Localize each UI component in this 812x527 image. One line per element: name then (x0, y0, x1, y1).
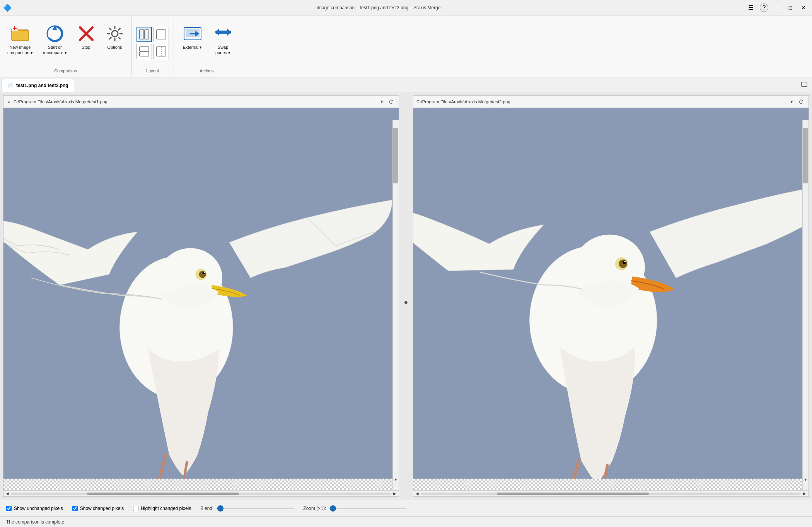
layout-group-label: Layout (146, 67, 159, 74)
left-horizontal-scrollbar[interactable]: ◀ ▶ (3, 490, 399, 496)
actions-buttons: External ▾ Swappanes ▾ (177, 19, 237, 67)
start-recompare-icon (46, 24, 64, 43)
maximize-button[interactable]: □ (785, 2, 796, 13)
minimize-button[interactable]: ─ (772, 2, 783, 13)
stop-icon (77, 24, 96, 43)
tab-test1-test2[interactable]: 📄 test1.png and test2.png (2, 79, 74, 92)
zoom-slider-group: Zoom (×1): (303, 506, 406, 511)
options-button[interactable]: Options (101, 22, 128, 64)
show-unchanged-pixels-input[interactable] (6, 506, 12, 511)
svg-point-8 (112, 31, 118, 37)
highlight-changed-pixels-checkbox[interactable]: Highlight changed pixels (133, 506, 191, 511)
blend-label: Blend: (200, 506, 213, 511)
external-icon (183, 24, 202, 43)
bottom-controls-bar: Show unchanged pixels Show changed pixel… (0, 500, 812, 516)
svg-line-16 (109, 37, 111, 39)
right-h-track (421, 493, 801, 495)
right-pane-history-button[interactable]: ⏱ (797, 98, 805, 106)
tab-bar: 📄 test1.png and test2.png (0, 77, 812, 92)
stop-label: Stop (82, 44, 90, 50)
svg-rect-17 (140, 30, 144, 39)
svg-marker-28 (215, 28, 219, 36)
svg-point-45 (624, 261, 626, 262)
left-pane-viewport[interactable]: ▲ ▼ (3, 108, 399, 490)
left-pane-more-button[interactable]: ... (369, 98, 377, 105)
left-pane-header: ▲ C:\Program Files\Araxis\Araxis Merge\t… (3, 96, 399, 108)
show-changed-pixels-label: Show changed pixels (80, 506, 124, 511)
left-bird-svg (3, 108, 399, 490)
swap-panes-icon (214, 24, 232, 43)
left-pane-dropdown-button[interactable]: ▾ (379, 98, 385, 105)
new-image-comparison-icon (11, 24, 29, 43)
toolbar: New imagecomparison ▾ Start orrecompare … (0, 15, 812, 77)
options-label: Options (107, 44, 122, 50)
stop-button[interactable]: Stop (73, 22, 100, 64)
window-controls: ☰ ? ─ □ ✕ (745, 2, 809, 13)
left-scroll-right-arrow[interactable]: ▶ (392, 491, 398, 497)
zoom-label: Zoom (×1): (303, 506, 326, 511)
single-pane-right-button[interactable] (154, 44, 169, 59)
two-pane-layout-button[interactable] (136, 27, 152, 42)
blend-slider-thumb[interactable] (217, 505, 223, 512)
left-pane-path: C:\Program Files\Araxis\Araxis Merge\tes… (14, 99, 367, 104)
svg-rect-19 (157, 30, 166, 39)
left-vertical-scrollbar[interactable]: ▲ ▼ (392, 120, 399, 490)
right-pane-viewport[interactable]: araxis® (413, 108, 809, 490)
svg-line-15 (118, 28, 120, 30)
right-bird-svg (413, 108, 809, 490)
hamburger-menu-button[interactable]: ☰ (745, 2, 756, 13)
horizontal-split-button[interactable] (136, 44, 152, 59)
close-button[interactable]: ✕ (798, 2, 809, 13)
swap-panes-button[interactable]: Swappanes ▾ (210, 22, 237, 64)
show-changed-pixels-checkbox[interactable]: Show changed pixels (72, 506, 124, 511)
right-pane-more-button[interactable]: ... (779, 98, 786, 105)
title-bar: 🔷 Image comparison – test1.png and test2… (0, 0, 812, 15)
external-button[interactable]: External ▾ (177, 22, 208, 64)
tab-label: test1.png and test2.png (16, 83, 68, 88)
right-h-thumb[interactable] (497, 493, 649, 495)
right-scroll-down-arrow[interactable]: ▼ (802, 476, 809, 483)
status-message: The comparison is complete (6, 519, 64, 525)
pane-divider: ● (402, 95, 410, 497)
show-unchanged-pixels-label: Show unchanged pixels (14, 506, 63, 511)
start-recompare-button[interactable]: Start orrecompare ▾ (39, 22, 71, 64)
tab-collapse-button[interactable] (798, 77, 810, 92)
panes-container: ▲ C:\Program Files\Araxis\Araxis Merge\t… (0, 92, 812, 500)
actions-group: External ▾ Swappanes ▾ Actions (174, 17, 240, 75)
svg-rect-30 (802, 82, 807, 86)
collapse-icon (801, 82, 807, 88)
right-pane-path: C:\Program Files\Araxis\Araxis Merge\tes… (416, 99, 777, 104)
layout-buttons (135, 19, 171, 67)
svg-point-38 (204, 272, 205, 273)
left-scroll-left-arrow[interactable]: ◀ (4, 491, 10, 497)
options-icon (106, 24, 124, 43)
help-button[interactable]: ? (759, 2, 769, 13)
right-pane: C:\Program Files\Araxis\Araxis Merge\tes… (413, 95, 809, 497)
show-unchanged-pixels-checkbox[interactable]: Show unchanged pixels (6, 506, 63, 511)
svg-point-43 (619, 260, 627, 268)
left-scroll-down-arrow[interactable]: ▼ (392, 476, 399, 483)
svg-rect-20 (140, 47, 149, 51)
main-content: ▲ C:\Program Files\Araxis\Araxis Merge\t… (0, 92, 812, 516)
blend-slider-track (217, 508, 294, 509)
right-scroll-left-arrow[interactable]: ◀ (414, 491, 420, 497)
left-pane-history-button[interactable]: ⏱ (387, 98, 396, 106)
right-pane-dropdown-button[interactable]: ▾ (789, 98, 795, 105)
svg-rect-18 (145, 30, 149, 39)
right-scroll-right-arrow[interactable]: ▶ (802, 491, 808, 497)
highlight-changed-pixels-label: Highlight changed pixels (141, 506, 191, 511)
comparison-group-label: Comparison (54, 67, 77, 74)
highlight-changed-pixels-input[interactable] (133, 506, 138, 511)
new-image-comparison-button[interactable]: New imagecomparison ▾ (3, 22, 37, 64)
new-image-comparison-label: New imagecomparison ▾ (7, 44, 33, 56)
start-recompare-label: Start orrecompare ▾ (43, 44, 67, 56)
comparison-group: New imagecomparison ▾ Start orrecompare … (0, 17, 132, 75)
left-h-thumb[interactable] (87, 493, 239, 495)
right-vertical-scrollbar[interactable]: ▲ ▼ (802, 120, 809, 490)
comparison-buttons: New imagecomparison ▾ Start orrecompare … (3, 19, 128, 67)
show-changed-pixels-input[interactable] (72, 506, 78, 511)
right-horizontal-scrollbar[interactable]: ◀ ▶ (413, 490, 809, 496)
zoom-slider-thumb[interactable] (330, 505, 336, 512)
actions-group-label: Actions (200, 67, 214, 74)
single-pane-left-button[interactable] (154, 27, 169, 42)
